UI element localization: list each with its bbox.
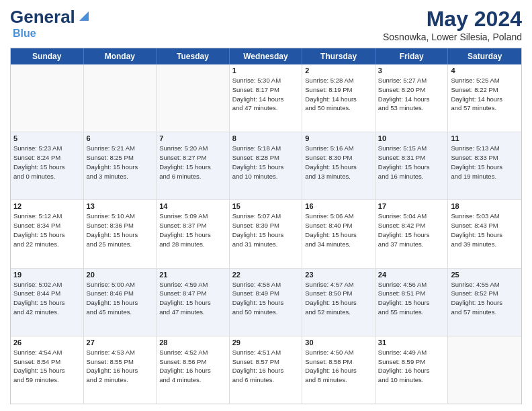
calendar-cell: 4Sunrise: 5:25 AMSunset: 8:22 PMDaylight… (448, 64, 521, 132)
cell-info: Sunrise: 4:55 AMSunset: 8:52 PMDaylight:… (451, 280, 519, 317)
cell-date: 15 (232, 202, 300, 210)
calendar-cell: 7Sunrise: 5:20 AMSunset: 8:27 PMDaylight… (157, 132, 230, 199)
calendar-cell: 31Sunrise: 4:49 AMSunset: 8:59 PMDayligh… (375, 336, 449, 404)
calendar-row: 1Sunrise: 5:30 AMSunset: 8:17 PMDaylight… (11, 64, 521, 132)
calendar-cell: 8Sunrise: 5:18 AMSunset: 8:28 PMDaylight… (230, 132, 303, 199)
calendar-cell: 12Sunrise: 5:12 AMSunset: 8:34 PMDayligh… (11, 200, 84, 267)
day-header-sunday: Sunday (11, 48, 84, 64)
calendar-body: 1Sunrise: 5:30 AMSunset: 8:17 PMDaylight… (11, 64, 521, 404)
calendar-cell: 28Sunrise: 4:52 AMSunset: 8:56 PMDayligh… (157, 336, 230, 404)
calendar-cell: 14Sunrise: 5:09 AMSunset: 8:37 PMDayligh… (157, 200, 230, 267)
cell-date: 3 (378, 66, 445, 75)
day-header-thursday: Thursday (302, 48, 375, 64)
calendar-cell: 15Sunrise: 5:07 AMSunset: 8:39 PMDayligh… (230, 200, 303, 267)
cell-date: 26 (13, 338, 81, 347)
calendar-row: 19Sunrise: 5:02 AMSunset: 8:44 PMDayligh… (11, 269, 521, 336)
logo: General Blue (10, 7, 91, 40)
calendar-cell: 26Sunrise: 4:54 AMSunset: 8:54 PMDayligh… (11, 336, 84, 404)
cell-info: Sunrise: 4:53 AMSunset: 8:55 PMDaylight:… (87, 348, 154, 385)
cell-info: Sunrise: 5:06 AMSunset: 8:40 PMDaylight:… (305, 212, 372, 248)
cell-info: Sunrise: 5:27 AMSunset: 8:20 PMDaylight:… (378, 76, 445, 113)
header: General Blue May 2024 Sosnowka, Lower Si… (10, 7, 522, 42)
calendar-cell: 11Sunrise: 5:13 AMSunset: 8:33 PMDayligh… (448, 132, 521, 199)
cell-date: 30 (305, 338, 372, 347)
cell-info: Sunrise: 4:50 AMSunset: 8:58 PMDaylight:… (305, 348, 372, 385)
cell-info: Sunrise: 5:28 AMSunset: 8:19 PMDaylight:… (305, 76, 372, 113)
cell-date: 4 (451, 66, 519, 75)
cell-info: Sunrise: 4:54 AMSunset: 8:54 PMDaylight:… (13, 348, 81, 385)
calendar-cell: 19Sunrise: 5:02 AMSunset: 8:44 PMDayligh… (11, 269, 84, 336)
cell-info: Sunrise: 5:04 AMSunset: 8:42 PMDaylight:… (378, 212, 445, 248)
cell-date: 18 (451, 202, 519, 210)
cell-date: 24 (378, 271, 445, 279)
cell-date: 8 (232, 134, 300, 142)
calendar-cell: 6Sunrise: 5:21 AMSunset: 8:25 PMDaylight… (84, 132, 157, 199)
cell-date: 27 (87, 338, 154, 347)
cell-info: Sunrise: 4:49 AMSunset: 8:59 PMDaylight:… (378, 348, 445, 385)
logo-general-text: General (10, 7, 75, 28)
cell-info: Sunrise: 5:25 AMSunset: 8:22 PMDaylight:… (451, 76, 519, 113)
calendar-cell (157, 64, 230, 132)
cell-info: Sunrise: 4:52 AMSunset: 8:56 PMDaylight:… (159, 348, 226, 385)
calendar-cell: 1Sunrise: 5:30 AMSunset: 8:17 PMDaylight… (230, 64, 303, 132)
title-area: May 2024 Sosnowka, Lower Silesia, Poland (383, 7, 522, 42)
calendar-cell: 2Sunrise: 5:28 AMSunset: 8:19 PMDaylight… (302, 64, 375, 132)
cell-date: 7 (159, 134, 226, 142)
cell-info: Sunrise: 4:51 AMSunset: 8:57 PMDaylight:… (232, 348, 300, 385)
page: General Blue May 2024 Sosnowka, Lower Si… (0, 0, 532, 411)
cell-info: Sunrise: 5:30 AMSunset: 8:17 PMDaylight:… (232, 76, 300, 113)
calendar: SundayMondayTuesdayWednesdayThursdayFrid… (10, 48, 522, 404)
calendar-row: 26Sunrise: 4:54 AMSunset: 8:54 PMDayligh… (11, 336, 521, 404)
calendar-cell: 29Sunrise: 4:51 AMSunset: 8:57 PMDayligh… (230, 336, 303, 404)
cell-date: 11 (451, 134, 519, 142)
calendar-cell: 30Sunrise: 4:50 AMSunset: 8:58 PMDayligh… (302, 336, 375, 404)
cell-info: Sunrise: 5:00 AMSunset: 8:46 PMDaylight:… (87, 280, 154, 317)
cell-info: Sunrise: 5:07 AMSunset: 8:39 PMDaylight:… (232, 212, 300, 248)
cell-info: Sunrise: 5:21 AMSunset: 8:25 PMDaylight:… (87, 144, 154, 181)
cell-info: Sunrise: 5:10 AMSunset: 8:36 PMDaylight:… (87, 212, 154, 248)
cell-date: 10 (378, 134, 445, 142)
cell-date: 22 (232, 271, 300, 279)
day-header-friday: Friday (375, 48, 449, 64)
calendar-cell: 16Sunrise: 5:06 AMSunset: 8:40 PMDayligh… (302, 200, 375, 267)
calendar-cell: 27Sunrise: 4:53 AMSunset: 8:55 PMDayligh… (84, 336, 157, 404)
calendar-cell: 22Sunrise: 4:58 AMSunset: 8:49 PMDayligh… (230, 269, 303, 336)
cell-date: 12 (13, 202, 81, 210)
calendar-row: 12Sunrise: 5:12 AMSunset: 8:34 PMDayligh… (11, 200, 521, 268)
cell-date: 1 (232, 66, 300, 75)
cell-info: Sunrise: 5:02 AMSunset: 8:44 PMDaylight:… (13, 280, 81, 317)
cell-info: Sunrise: 5:18 AMSunset: 8:28 PMDaylight:… (232, 144, 300, 181)
cell-date: 5 (13, 134, 81, 142)
calendar-cell: 5Sunrise: 5:23 AMSunset: 8:24 PMDaylight… (11, 132, 84, 199)
cell-info: Sunrise: 4:57 AMSunset: 8:50 PMDaylight:… (305, 280, 372, 317)
cell-info: Sunrise: 5:20 AMSunset: 8:27 PMDaylight:… (159, 144, 226, 181)
calendar-cell (448, 336, 521, 404)
cell-info: Sunrise: 5:09 AMSunset: 8:37 PMDaylight:… (159, 212, 226, 248)
calendar-cell: 20Sunrise: 5:00 AMSunset: 8:46 PMDayligh… (84, 269, 157, 336)
calendar-title: May 2024 (383, 7, 522, 32)
calendar-cell: 3Sunrise: 5:27 AMSunset: 8:20 PMDaylight… (375, 64, 449, 132)
cell-date: 9 (305, 134, 372, 142)
cell-info: Sunrise: 5:16 AMSunset: 8:30 PMDaylight:… (305, 144, 372, 181)
calendar-cell: 18Sunrise: 5:03 AMSunset: 8:43 PMDayligh… (448, 200, 521, 267)
cell-date: 6 (87, 134, 154, 142)
cell-info: Sunrise: 4:58 AMSunset: 8:49 PMDaylight:… (232, 280, 300, 317)
calendar-row: 5Sunrise: 5:23 AMSunset: 8:24 PMDaylight… (11, 132, 521, 200)
calendar-cell: 17Sunrise: 5:04 AMSunset: 8:42 PMDayligh… (375, 200, 449, 267)
cell-info: Sunrise: 5:15 AMSunset: 8:31 PMDaylight:… (378, 144, 445, 181)
cell-date: 20 (87, 271, 154, 279)
cell-date: 23 (305, 271, 372, 279)
day-headers-row: SundayMondayTuesdayWednesdayThursdayFrid… (11, 48, 521, 64)
cell-info: Sunrise: 4:59 AMSunset: 8:47 PMDaylight:… (159, 280, 226, 317)
cell-date: 21 (159, 271, 226, 279)
calendar-cell (84, 64, 157, 132)
calendar-cell: 25Sunrise: 4:55 AMSunset: 8:52 PMDayligh… (448, 269, 521, 336)
cell-date: 19 (13, 271, 81, 279)
day-header-wednesday: Wednesday (230, 48, 303, 64)
cell-date: 28 (159, 338, 226, 347)
calendar-cell: 23Sunrise: 4:57 AMSunset: 8:50 PMDayligh… (302, 269, 375, 336)
cell-info: Sunrise: 5:23 AMSunset: 8:24 PMDaylight:… (13, 144, 81, 181)
cell-date: 29 (232, 338, 300, 347)
day-header-saturday: Saturday (448, 48, 521, 64)
calendar-cell (11, 64, 84, 132)
